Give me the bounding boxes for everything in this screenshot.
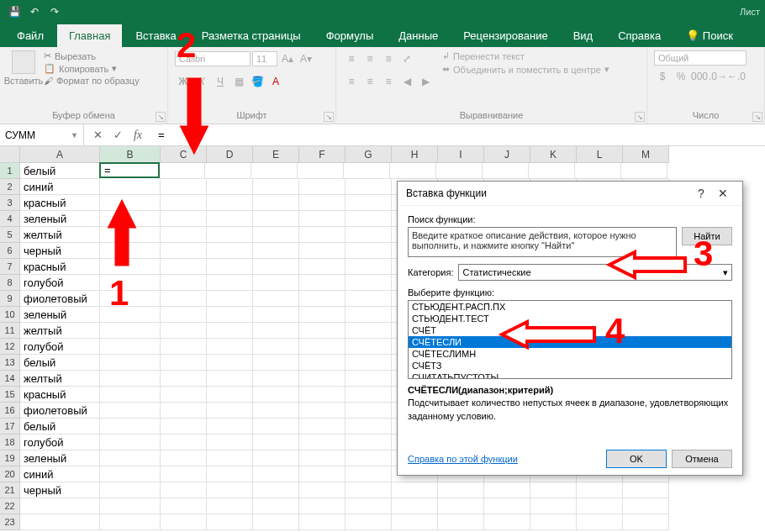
cell[interactable] xyxy=(251,163,298,179)
cell[interactable] xyxy=(207,195,253,211)
cell[interactable] xyxy=(346,371,392,387)
cell[interactable] xyxy=(100,291,161,307)
merge-center-button[interactable]: ⬌ Объединить и поместить в центре ▾ xyxy=(442,64,609,75)
cell[interactable] xyxy=(253,179,299,195)
cell[interactable] xyxy=(207,339,253,355)
cell[interactable]: белый xyxy=(20,419,100,435)
cell[interactable] xyxy=(100,323,161,339)
cancel-formula-icon[interactable]: ✕ xyxy=(87,125,108,145)
cell[interactable] xyxy=(161,514,207,530)
function-list-item[interactable]: СТЬЮДЕНТ.ТЕСТ xyxy=(409,313,731,324)
cell[interactable] xyxy=(207,355,253,371)
function-help-link[interactable]: Справка по этой функции xyxy=(408,454,518,464)
cell[interactable]: зеленый xyxy=(20,450,100,466)
cell[interactable] xyxy=(299,211,346,227)
cell[interactable]: красный xyxy=(20,387,100,403)
cell[interactable] xyxy=(346,243,392,259)
cell[interactable] xyxy=(299,498,346,514)
cell[interactable] xyxy=(484,514,530,530)
cell[interactable] xyxy=(299,482,346,498)
cell[interactable] xyxy=(253,371,299,387)
decrease-decimal-icon[interactable]: ←.0 xyxy=(728,68,745,85)
cell[interactable] xyxy=(100,227,161,243)
cell[interactable] xyxy=(299,339,346,355)
cell[interactable]: желтый xyxy=(20,227,100,243)
row-header[interactable]: 4 xyxy=(0,211,20,227)
cell[interactable] xyxy=(298,163,344,179)
row-header[interactable]: 22 xyxy=(0,498,20,514)
cell[interactable] xyxy=(390,163,436,179)
cell[interactable] xyxy=(346,435,392,450)
cell[interactable] xyxy=(161,195,207,211)
cell[interactable] xyxy=(161,243,207,259)
cell[interactable] xyxy=(299,466,346,482)
cell[interactable] xyxy=(623,514,669,530)
row-header[interactable]: 11 xyxy=(0,323,20,339)
cell[interactable] xyxy=(484,498,530,514)
function-list[interactable]: СТЬЮДЕНТ.РАСП.ПХСТЬЮДЕНТ.ТЕСТСЧЁТСЧЁТЕСЛ… xyxy=(408,300,732,379)
cell[interactable] xyxy=(530,482,577,498)
cell[interactable] xyxy=(161,291,207,307)
column-header[interactable]: F xyxy=(299,146,346,163)
cell[interactable] xyxy=(161,179,207,195)
indent-increase-icon[interactable]: ▶ xyxy=(417,73,434,90)
cell[interactable] xyxy=(299,227,346,243)
cell[interactable] xyxy=(100,514,161,530)
cell[interactable] xyxy=(253,466,299,482)
redo-icon[interactable]: ↷ xyxy=(45,3,64,21)
cell[interactable]: черный xyxy=(20,243,100,259)
cell[interactable] xyxy=(100,403,161,419)
cell[interactable] xyxy=(161,403,207,419)
tab-file[interactable]: Файл xyxy=(5,24,55,47)
cell[interactable] xyxy=(299,435,346,450)
cell[interactable] xyxy=(207,211,253,227)
cell[interactable] xyxy=(207,275,253,291)
cell[interactable] xyxy=(100,259,161,275)
row-header[interactable]: 5 xyxy=(0,227,20,243)
row-header[interactable]: 1 xyxy=(0,163,20,179)
cell[interactable] xyxy=(207,482,253,498)
cell[interactable] xyxy=(100,355,161,371)
cell[interactable] xyxy=(346,259,392,275)
cell[interactable] xyxy=(436,163,483,179)
cell[interactable] xyxy=(207,498,253,514)
cell[interactable] xyxy=(530,514,577,530)
row-header[interactable]: 12 xyxy=(0,339,20,355)
cancel-button[interactable]: Отмена xyxy=(672,450,732,468)
cell[interactable] xyxy=(253,291,299,307)
cell[interactable] xyxy=(100,243,161,259)
function-list-item[interactable]: СТЬЮДЕНТ.РАСП.ПХ xyxy=(409,301,731,313)
cell[interactable]: зеленый xyxy=(20,307,100,323)
cell[interactable] xyxy=(253,387,299,403)
row-header[interactable]: 2 xyxy=(0,179,20,195)
cell[interactable] xyxy=(100,482,161,498)
cell[interactable] xyxy=(207,466,253,482)
cell[interactable] xyxy=(161,435,207,450)
cell[interactable] xyxy=(346,323,392,339)
tab-view[interactable]: Вид xyxy=(562,24,605,47)
cell[interactable] xyxy=(346,387,392,403)
cell[interactable] xyxy=(100,387,161,403)
cell[interactable] xyxy=(253,195,299,211)
cell[interactable] xyxy=(346,482,392,498)
cell[interactable] xyxy=(207,371,253,387)
row-header[interactable]: 10 xyxy=(0,307,20,323)
cell[interactable] xyxy=(346,498,392,514)
cell[interactable] xyxy=(253,419,299,435)
comma-format-icon[interactable]: 000 xyxy=(691,68,708,85)
cell[interactable] xyxy=(299,179,346,195)
cell[interactable]: фиолетовый xyxy=(20,291,100,307)
number-format-select[interactable]: Общий xyxy=(654,50,747,66)
cell[interactable] xyxy=(161,275,207,291)
italic-button[interactable]: К xyxy=(193,73,210,90)
cell[interactable]: голубой xyxy=(20,435,100,450)
cell[interactable] xyxy=(253,514,299,530)
cell[interactable] xyxy=(529,163,575,179)
cell[interactable] xyxy=(100,435,161,450)
cell[interactable] xyxy=(346,419,392,435)
tab-formulas[interactable]: Формулы xyxy=(314,24,386,47)
align-bottom-icon[interactable]: ≡ xyxy=(380,50,397,67)
column-header[interactable]: H xyxy=(392,146,438,163)
cell[interactable] xyxy=(623,498,669,514)
row-header[interactable]: 21 xyxy=(0,482,20,498)
